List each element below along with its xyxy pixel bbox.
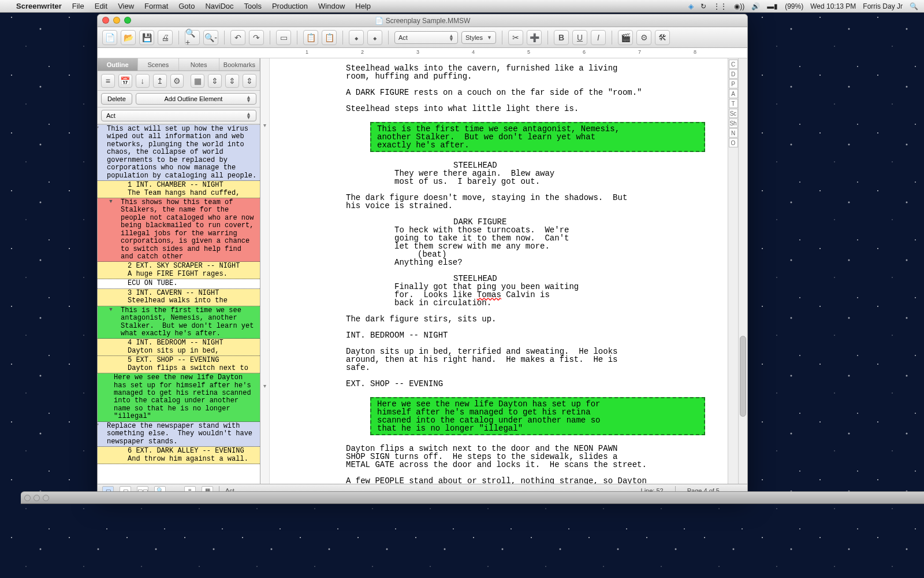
paste-button[interactable]: 📋 (322, 30, 337, 45)
clock-text[interactable]: Wed 10:13 PM (810, 2, 856, 10)
script-note[interactable]: This is the first time we see antagonist… (370, 122, 705, 152)
outline-item[interactable]: ▼This is the first time we see antagonis… (98, 306, 260, 339)
volume-icon[interactable]: 🔊 (751, 2, 760, 10)
window-close-button[interactable] (102, 17, 109, 24)
page-view-button[interactable]: ▭ (276, 30, 291, 45)
slider1-icon[interactable]: ⇕ (208, 74, 222, 88)
script-character[interactable]: STEELHEAD (453, 161, 711, 169)
print-button[interactable]: 🖨 (158, 30, 173, 45)
script-dialogue[interactable]: To heck with those turncoats. We're goin… (394, 226, 637, 250)
element-format-select[interactable]: Act ▲▼ (394, 31, 458, 44)
outline-item[interactable]: ▼This shows how this team of Stalkers, t… (98, 198, 260, 262)
script-paren[interactable]: (beat) (418, 250, 711, 258)
outline-indent-button[interactable]: ≡ (101, 74, 115, 88)
menu-format[interactable]: Format (144, 2, 168, 10)
bookmark-prev-button[interactable]: ⬥ (349, 30, 364, 45)
menu-production[interactable]: Production (272, 2, 308, 10)
tab-bookmarks[interactable]: Bookmarks (219, 58, 260, 71)
zoom-in-button[interactable]: 🔍+ (185, 30, 200, 45)
script-action[interactable]: The dark figure doesn't move, staying in… (346, 194, 711, 210)
insert-button[interactable]: ➕ (527, 30, 542, 45)
menu-window[interactable]: Window (318, 2, 345, 10)
element-tab-p[interactable]: P (729, 79, 738, 88)
element-tab-d[interactable]: D (729, 69, 738, 79)
script-sceneheading[interactable]: INT. BEDROOM -- NIGHT (346, 331, 711, 339)
open-button[interactable]: 📂 (121, 30, 136, 45)
menu-help[interactable]: Help (355, 2, 371, 10)
delete-outline-button[interactable]: Delete (101, 93, 132, 105)
new-doc-button[interactable]: 📄 (102, 30, 117, 45)
outline-item[interactable]: 6 EXT. DARK ALLEY -- EVENING And throw h… (98, 447, 260, 464)
script-dialogue[interactable]: Anything else? (394, 258, 637, 266)
tools-button[interactable]: 🛠 (655, 30, 670, 45)
bg-window-close-button[interactable] (24, 495, 31, 501)
bg-window-min-button[interactable] (33, 495, 40, 501)
element-tab-o[interactable]: O (729, 138, 738, 147)
script-action[interactable]: The dark figure stirs, sits up. (346, 315, 711, 323)
script-action[interactable]: Dayton flips a switch next to the door a… (346, 444, 711, 469)
script-character[interactable]: DARK FIGURE (453, 218, 711, 226)
marker-arrow-icon[interactable]: ▾ (263, 383, 266, 389)
script-dialogue[interactable]: They were there again. Blew away most of… (394, 169, 637, 186)
tab-outline[interactable]: Outline (98, 58, 138, 71)
window-minimize-button[interactable] (113, 17, 120, 24)
outline-down-button[interactable]: ↓ (136, 74, 150, 88)
menu-edit[interactable]: Edit (95, 2, 107, 10)
window-titlebar[interactable]: 📄 Screenplay Sample.MMSW (98, 14, 747, 27)
tab-notes[interactable]: Notes (179, 58, 219, 71)
copy-button[interactable]: 📋 (303, 30, 318, 45)
script-action[interactable]: A few PEOPLE stand about or stroll, noth… (346, 477, 711, 484)
zoom-out-button[interactable]: 🔍- (203, 30, 218, 45)
ruler[interactable]: 123456789 (98, 48, 747, 58)
outline-list[interactable]: ▼This act will set up how the virus wipe… (98, 124, 260, 484)
element-tab-sh[interactable]: Sh (729, 118, 738, 128)
disclosure-triangle-icon[interactable]: ▼ (98, 423, 100, 428)
outline-item[interactable]: ECU ON TUBE. (98, 279, 260, 288)
outline-item[interactable]: 1 INT. CHAMBER -- NIGHT The Team hangs h… (98, 181, 260, 198)
menu-tools[interactable]: Tools (244, 2, 262, 10)
script-action[interactable]: Steelhead steps into what little light t… (346, 105, 711, 113)
menu-view[interactable]: View (118, 2, 134, 10)
undo-button[interactable]: ↶ (230, 30, 245, 45)
user-name[interactable]: Forris Day Jr (863, 2, 903, 10)
menu-file[interactable]: File (72, 2, 84, 10)
outline-level-select[interactable]: Act ▲▼ (101, 110, 256, 121)
tab-scenes[interactable]: Scenes (138, 58, 178, 71)
redo-button[interactable]: ↷ (249, 30, 264, 45)
outline-up-button[interactable]: ↥ (153, 74, 167, 88)
menu-navidoc[interactable]: NaviDoc (205, 2, 233, 10)
disclosure-triangle-icon[interactable]: ▼ (108, 307, 114, 313)
outline-view-button[interactable]: ▦ (191, 74, 204, 88)
script-dialogue[interactable]: Finally got that ping you been waiting f… (394, 283, 637, 307)
element-tab-n[interactable]: N (729, 128, 738, 138)
script-action[interactable]: Steelhead walks into the cavern, furnish… (346, 64, 711, 80)
slider2-icon[interactable]: ⇕ (225, 74, 239, 88)
cut-button[interactable]: ✂ (508, 30, 523, 45)
outline-item[interactable]: ▼This act will set up how the virus wipe… (98, 125, 260, 181)
settings-button[interactable]: ⚙ (636, 30, 651, 45)
slider3-icon[interactable]: ⇕ (243, 74, 256, 88)
bluetooth-icon[interactable]: ⋮⋮ (713, 2, 727, 10)
underline-button[interactable]: U (572, 30, 587, 45)
add-outline-select[interactable]: Add Outline Element ▲▼ (136, 93, 256, 105)
scrollbar-thumb[interactable] (740, 336, 746, 417)
element-tab-t[interactable]: T (729, 99, 738, 108)
styles-button[interactable]: Styles ▼ (461, 31, 496, 44)
italic-button[interactable]: I (591, 30, 606, 45)
dropbox-icon[interactable]: ◈ (688, 2, 694, 10)
script-action[interactable]: A DARK FIGURE rests on a couch on the fa… (346, 88, 711, 97)
script-character[interactable]: STEELHEAD (453, 275, 711, 283)
script-note[interactable]: Here we see the new life Dayton has set … (370, 397, 705, 435)
script-action[interactable]: Dayton sits up in bed, terrified and swe… (346, 347, 711, 372)
app-name[interactable]: Screenwriter (16, 2, 62, 10)
wifi-icon[interactable]: ◉)) (734, 2, 744, 10)
outline-calendar-button[interactable]: 📅 (118, 74, 132, 88)
disclosure-triangle-icon[interactable]: ▼ (98, 125, 100, 131)
battery-icon[interactable]: ▬▮ (767, 2, 778, 10)
script-page[interactable]: Steelhead walks into the cavern, furnish… (270, 58, 728, 484)
window-zoom-button[interactable] (124, 17, 131, 24)
outline-gear-button[interactable]: ⚙ (170, 74, 184, 88)
spotlight-icon[interactable]: 🔍 (910, 2, 918, 10)
bookmark-next-button[interactable]: ⬥ (367, 30, 382, 45)
save-button[interactable]: 💾 (139, 30, 154, 45)
